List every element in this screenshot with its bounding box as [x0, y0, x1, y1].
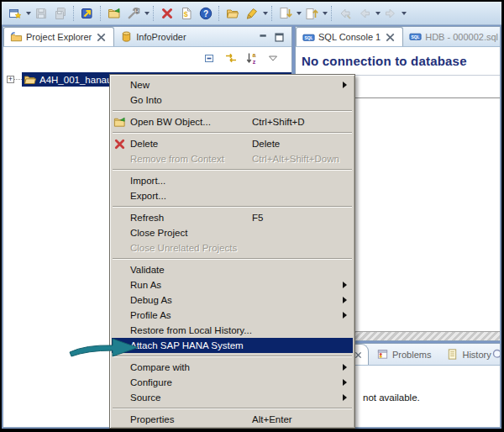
- problems-icon: [376, 348, 389, 361]
- tree-expander[interactable]: +: [7, 76, 14, 83]
- svg-text:SQL: SQL: [412, 35, 420, 40]
- svg-text:$: $: [183, 10, 187, 18]
- menu-item-new[interactable]: New: [112, 77, 353, 92]
- tab-infoprovider[interactable]: InfoProvider: [114, 27, 192, 46]
- menu-item-run-as[interactable]: Run As: [112, 277, 353, 292]
- no-connection-message: No connection to database: [296, 47, 500, 68]
- submenu-arrow-icon: [343, 379, 347, 386]
- highlighter-icon: [245, 7, 259, 20]
- menu-item-attach-sap-hana-system[interactable]: Attach SAP HANA System: [112, 338, 353, 353]
- next-annotation-button[interactable]: [276, 3, 295, 23]
- main-toolbar: B$?: [2, 2, 501, 25]
- menu-item-label: Debug As: [130, 295, 172, 305]
- menu-item-close-project[interactable]: Close Project: [112, 225, 353, 240]
- toolbar-separator: [73, 6, 74, 21]
- menu-item-configure[interactable]: Configure: [112, 375, 353, 390]
- menu-item-source[interactable]: Source: [112, 390, 353, 405]
- minimize-icon[interactable]: [258, 32, 269, 43]
- bottom-status-message: not available.: [363, 392, 420, 403]
- menu-item-open-bw-object[interactable]: Open BW Object...Ctrl+Shift+D: [112, 114, 353, 129]
- toolbar-separator: [100, 6, 101, 21]
- menu-item-restore-from-local-history[interactable]: Restore from Local History...: [112, 323, 353, 338]
- submenu-arrow-icon: [343, 312, 347, 319]
- prev-annotation-icon: [305, 7, 318, 20]
- menu-item-compare-with[interactable]: Compare with: [112, 360, 353, 375]
- forward-icon: [384, 7, 397, 20]
- check-document-button[interactable]: $: [176, 3, 196, 23]
- sap-gui-tools-dropdown-caret[interactable]: [144, 12, 150, 15]
- previous-annotation-button[interactable]: [302, 3, 321, 23]
- menu-item-properties[interactable]: PropertiesAlt+Enter: [112, 412, 353, 427]
- next-annotation-icon: [279, 7, 292, 20]
- link-editor-icon[interactable]: [224, 51, 238, 65]
- tab-sql-console-1[interactable]: SQLSQL Console 1: [296, 27, 403, 46]
- menu-item-shortcut: Ctrl+Alt+Shift+Down: [252, 154, 339, 164]
- toolbar-separator: [218, 6, 219, 21]
- tab-history[interactable]: History: [438, 348, 498, 361]
- new-wizard-button[interactable]: [5, 3, 24, 23]
- menu-item-validate[interactable]: Validate: [112, 262, 353, 277]
- menu-item-refresh[interactable]: RefreshF5: [112, 210, 353, 225]
- save-all-icon: [54, 7, 67, 20]
- menu-item-label: Close Unrelated Projects: [130, 243, 237, 253]
- menu-item-shortcut: F5: [252, 213, 263, 223]
- sort-icon[interactable]: az: [245, 51, 259, 65]
- menu-item-label: Validate: [130, 265, 165, 275]
- menu-separator: [113, 258, 352, 260]
- view-window-buttons: [258, 32, 291, 46]
- submenu-arrow-icon: [343, 364, 347, 371]
- menu-item-profile-as[interactable]: Profile As: [112, 308, 353, 323]
- toolbar-separator: [153, 6, 154, 21]
- menu-item-go-into[interactable]: Go Into: [112, 92, 353, 108]
- svg-text:z: z: [253, 59, 256, 65]
- tab-project-explorer[interactable]: Project Explorer: [3, 27, 114, 46]
- last-edit-location-icon: [339, 7, 352, 20]
- editor-tab-row: SQLSQL Console 1SQLHDB - 000002.sql: [296, 27, 500, 47]
- menu-separator: [113, 132, 352, 134]
- context-menu: NewGo IntoOpen BW Object...Ctrl+Shift+DD…: [109, 74, 355, 429]
- previous-annotation-dropdown-caret[interactable]: [323, 12, 328, 15]
- open-bw-object-button[interactable]: [104, 3, 123, 23]
- menu-item-label: Compare with: [130, 362, 190, 372]
- submenu-arrow-icon: [343, 282, 347, 288]
- open-bw-object-icon: [113, 116, 130, 129]
- help-button[interactable]: ?: [196, 3, 215, 23]
- menu-item-export[interactable]: Export...: [112, 188, 353, 203]
- save-icon: [34, 7, 48, 20]
- bw-modeling-button[interactable]: [77, 3, 97, 23]
- tab-label: Project Explorer: [26, 32, 92, 42]
- open-bw-object-icon: [108, 7, 121, 20]
- close-icon[interactable]: [384, 31, 396, 44]
- check-document-icon: $: [180, 7, 193, 20]
- screenshot-frame: B$? Project ExplorerInfoProvider az + A4…: [0, 0, 504, 432]
- wrench-icon: B: [127, 7, 140, 20]
- menu-item-delete[interactable]: DeleteDelete: [112, 136, 353, 151]
- maximize-icon[interactable]: [274, 32, 285, 43]
- menu-item-debug-as[interactable]: Debug As: [112, 292, 353, 308]
- menu-item-shortcut: Delete: [252, 139, 280, 149]
- mark-occurrences-dropdown-caret[interactable]: [263, 12, 268, 15]
- project-explorer-icon: [10, 31, 23, 44]
- menu-item-import[interactable]: Import...: [112, 173, 353, 188]
- menu-item-label: Properties: [130, 414, 174, 424]
- menu-item-label: Configure: [130, 377, 172, 387]
- tab-problems[interactable]: Problems: [369, 348, 438, 361]
- view-menu-icon[interactable]: [266, 51, 280, 65]
- back-button: [354, 3, 374, 23]
- toolbar-separator: [271, 6, 272, 21]
- delete-button[interactable]: [157, 3, 176, 23]
- sap-gui-tools-button[interactable]: B: [123, 3, 143, 23]
- annotation-arrow: [69, 335, 141, 360]
- tab-hdb-000002-sql[interactable]: SQLHDB - 000002.sql: [403, 27, 500, 46]
- collapse-all-icon[interactable]: [203, 51, 217, 65]
- search-icon[interactable]: [491, 348, 500, 361]
- sql-icon: SQL: [409, 30, 422, 43]
- close-icon[interactable]: [95, 31, 108, 44]
- tab-label: HDB - 000002.sql: [425, 32, 498, 42]
- infoprovider-icon: [120, 30, 133, 43]
- delete-icon: [160, 7, 174, 20]
- menu-separator: [113, 110, 352, 112]
- open-resource-button[interactable]: [223, 3, 242, 23]
- mark-occurrences-button[interactable]: [242, 3, 261, 23]
- menu-item-label: Run As: [130, 280, 161, 290]
